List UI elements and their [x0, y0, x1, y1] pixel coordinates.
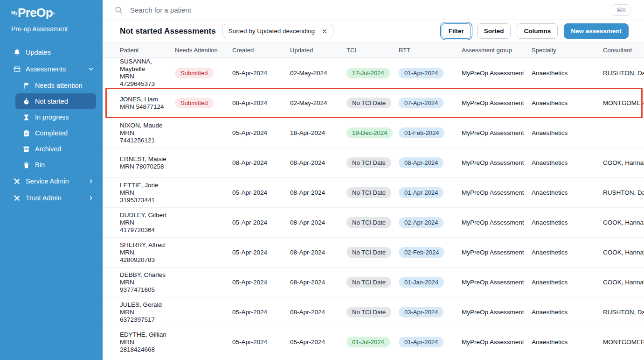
created-cell: 05-Apr-2024	[232, 309, 290, 316]
assessment-group-cell: MyPreOp Assessment	[462, 70, 532, 77]
sidebar-item-updates[interactable]: Updates	[0, 44, 103, 61]
tci-badge: 19-Dec-2024	[346, 127, 393, 138]
sidebar-item-trust-admin[interactable]: Trust Admin	[0, 190, 103, 206]
hourglass-icon	[22, 113, 30, 121]
updated-cell: 02-May-2024	[290, 99, 346, 106]
column-header-consultant[interactable]: Consultant	[603, 47, 644, 54]
sidebar-item-completed[interactable]: Completed	[15, 125, 96, 141]
sidebar-item-assessments[interactable]: Assessments	[0, 61, 103, 78]
sidebar-item-bin[interactable]: Bin	[15, 157, 96, 173]
table-row[interactable]: DEBBY, Charles MRN 9377471605 05-Apr-202…	[103, 268, 644, 297]
filter-button[interactable]: Filter	[442, 23, 471, 39]
trademark-mark: ®	[53, 12, 55, 15]
created-cell: 05-Apr-2024	[232, 70, 290, 77]
logo-name: PreOp	[18, 6, 53, 20]
needs-attention-cell: Submitted	[175, 98, 232, 108]
tci-cell: No TCI Date	[346, 187, 399, 198]
tci-cell: No TCI Date	[346, 277, 399, 288]
patient-mrn: MRN 2818424668	[120, 339, 168, 353]
search-input[interactable]	[129, 6, 606, 14]
assessment-group-cell: MyPreOp Assessment	[462, 279, 532, 286]
updated-cell: 08-Apr-2024	[290, 189, 346, 196]
created-cell: 05-Apr-2024	[232, 249, 290, 256]
column-header-tci[interactable]: TCI	[346, 47, 399, 54]
patient-mrn: MRN 78070258	[120, 163, 168, 170]
table-row[interactable]: DUDLEY, Gilbert MRN 4179720364 05-Apr-20…	[103, 208, 644, 238]
assessment-group-cell: MyPreOp Assessment	[462, 309, 532, 316]
table-row[interactable]: ERNEST, Maisie MRN 78070258 08-Apr-2024 …	[103, 148, 644, 178]
patient-cell: SUSANNA, Maybelle MRN 4729645373	[120, 58, 175, 88]
column-header-needs-attention[interactable]: Needs Attention	[175, 47, 232, 54]
patient-cell: DUDLEY, Gilbert MRN 4179720364	[120, 212, 175, 234]
table-body: SUSANNA, Maybelle MRN 4729645373 Submitt…	[103, 58, 644, 360]
table-row[interactable]: LETTIE, Jorie MRN 3195373441 05-Apr-2024…	[103, 178, 644, 208]
sidebar-item-archived[interactable]: Archived	[15, 141, 96, 157]
rtt-badge: 07-Apr-2024	[399, 98, 443, 108]
specialty-cell: Anaesthetics	[532, 219, 603, 226]
rtt-cell: 01-Apr-2024	[399, 337, 462, 347]
new-assessment-button[interactable]: New assessment	[564, 23, 629, 39]
patient-name: ERNEST, Maisie	[120, 155, 168, 163]
consultant-cell: RUSHTON, Dan	[603, 309, 644, 316]
table-row[interactable]: JULES, Gerald MRN 6372397517 05-Apr-2024…	[103, 297, 644, 327]
consultant-cell: MONTGOMERY,	[603, 339, 644, 346]
rtt-cell: 02-Feb-2024	[399, 247, 462, 258]
column-header-created[interactable]: Created	[232, 47, 290, 54]
consultant-cell: COOK, Hannah	[603, 279, 644, 286]
sidebar-item-label: Assessments	[26, 65, 66, 73]
trash-icon	[22, 161, 30, 169]
column-header-assessment-group[interactable]: Assessment group	[462, 47, 532, 54]
column-header-specialty[interactable]: Specialty	[532, 47, 603, 54]
specialty-cell: Anaesthetics	[532, 70, 603, 77]
page-header: Not started Assessments Sorted by Update…	[103, 20, 644, 42]
sidebar-item-service-admin[interactable]: Service Admin	[0, 173, 103, 190]
column-header-rtt[interactable]: RTT	[399, 47, 462, 54]
updated-cell: 05-Apr-2024	[290, 339, 346, 346]
patient-mrn: MRN 3195373441	[120, 189, 168, 204]
consultant-cell: MONTGOMERY,	[603, 99, 644, 106]
assessment-group-cell: MyPreOp Assessment	[462, 159, 532, 166]
table-row[interactable]: SUSANNA, Maybelle MRN 4729645373 Submitt…	[103, 58, 644, 88]
patient-mrn: MRN 9377471605	[120, 279, 168, 294]
assessment-group-cell: MyPreOp Assessment	[462, 99, 532, 106]
sort-chip-label: Sorted by Updated descending	[229, 28, 315, 35]
sort-chip: Sorted by Updated descending	[222, 24, 333, 38]
columns-button[interactable]: Columns	[517, 23, 558, 39]
patient-cell: ERNEST, Maisie MRN 78070258	[120, 155, 175, 170]
main-area: ⌘K Not started Assessments Sorted by Upd…	[103, 0, 644, 360]
flag-icon	[22, 82, 30, 90]
sidebar-item-needs-attention[interactable]: Needs attention	[15, 78, 96, 93]
tci-cell: No TCI Date	[346, 157, 399, 168]
tci-badge: No TCI Date	[346, 157, 391, 168]
table-row[interactable]: NIXON, Maude MRN 7441256121 05-Apr-2024 …	[103, 118, 644, 148]
close-icon[interactable]	[322, 28, 327, 34]
rtt-badge: 08-Apr-2024	[399, 157, 443, 168]
sidebar-item-label: Trust Admin	[26, 194, 62, 202]
sidebar-item-in-progress[interactable]: In progress	[15, 109, 96, 125]
search-icon	[114, 6, 123, 14]
rtt-badge: 01-Apr-2024	[399, 187, 443, 198]
clipboard-check-icon	[22, 129, 30, 137]
stopwatch-icon	[22, 98, 30, 106]
patient-mrn: MRN 4729645373	[120, 73, 168, 88]
column-header-patient[interactable]: Patient	[120, 47, 175, 54]
table-row[interactable]: EDYTHE, Gillian MRN 2818424668 05-Apr-20…	[103, 327, 644, 357]
column-header-updated[interactable]: Updated	[290, 47, 346, 54]
patient-cell: LETTIE, Jorie MRN 3195373441	[120, 182, 175, 204]
table-row[interactable]: SHERRY, Alfred MRN 4280920783 05-Apr-202…	[103, 238, 644, 268]
assessments-icon	[13, 65, 21, 73]
assessment-group-cell: MyPreOp Assessment	[462, 219, 532, 226]
consultant-cell: COOK, Hannah	[603, 219, 644, 226]
table-row[interactable]: JONES, Liam MRN 54877124 Submitted 08-Ap…	[103, 88, 644, 118]
patient-name: DUDLEY, Gilbert	[120, 212, 168, 219]
sorted-button[interactable]: Sorted	[477, 23, 511, 39]
sidebar-item-not-started[interactable]: Not started	[15, 93, 96, 109]
patient-name: DEBBY, Charles	[120, 271, 168, 279]
chevron-right-icon	[88, 195, 94, 201]
app-root: MyPreOp® Pre-op Assessment UpdatesAssess…	[0, 0, 644, 360]
tci-cell: 19-Dec-2024	[346, 127, 399, 138]
patient-name: NIXON, Maude	[120, 122, 168, 129]
chevron-down-icon	[88, 66, 94, 72]
tci-cell: No TCI Date	[346, 98, 399, 108]
sidebar-nav: UpdatesAssessmentsNeeds attentionNot sta…	[0, 44, 103, 206]
